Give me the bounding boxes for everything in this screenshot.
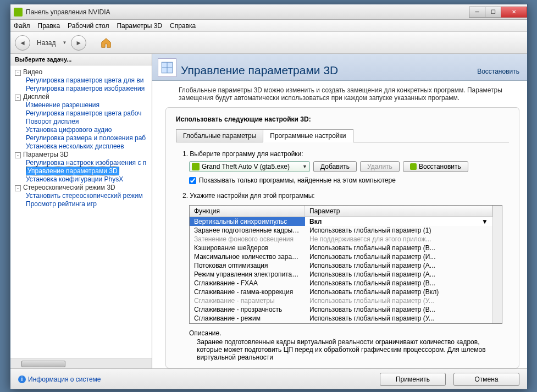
grid-row[interactable]: Заранее подготовленные кадры вирту...Исп… (190, 226, 492, 235)
cell-function: Режим управления электропитанием (190, 270, 305, 279)
column-function[interactable]: Функция (190, 206, 305, 217)
tree-group-video[interactable]: Видео (23, 68, 42, 76)
cell-function: Сглаживание - прозрачность (190, 305, 305, 314)
titlebar[interactable]: Панель управления NVIDIA ─ ☐ ✕ (10, 4, 527, 20)
menu-file[interactable]: Файл (14, 22, 30, 30)
grid-row[interactable]: Сглаживание - режимИспользовать глобальн… (190, 314, 492, 323)
maximize-button[interactable]: ☐ (485, 7, 501, 18)
cell-function: Кэширование шейдеров (190, 244, 305, 252)
grid-row-disabled: Затенение фонового освещенияНе поддержив… (190, 235, 492, 244)
cell-function: Сглаживание - параметры (190, 296, 305, 305)
restore-defaults-link[interactable]: Восстановить (477, 68, 519, 75)
home-icon (100, 37, 112, 49)
cell-parameter-dropdown[interactable]: Вкл▼ (305, 217, 492, 226)
tree-link[interactable]: Регулировка настроек изображения с п (26, 159, 146, 167)
program-icon (192, 163, 200, 170)
tree-link[interactable]: Установка цифрового аудио (26, 126, 112, 134)
tab-global[interactable]: Глобальные параметры (176, 129, 263, 142)
description-block: Описание. Заранее подготовленные кадры в… (189, 329, 502, 361)
restore-button-label: Восстановить (419, 163, 461, 170)
cancel-button[interactable]: Отмена (453, 373, 519, 386)
panel-title: Использовать следующие настройки 3D: (176, 115, 509, 123)
cell-function: Максимальное количество заранее под... (190, 252, 305, 261)
menu-help[interactable]: Справка (170, 22, 196, 30)
grid-row-selected[interactable]: Вертикальный синхроимпульс Вкл▼ (190, 217, 492, 226)
apply-button[interactable]: Применить (380, 373, 446, 386)
tree-group-3d[interactable]: Параметры 3D (23, 151, 69, 158)
show-found-only-label: Показывать только программы, найденные н… (199, 176, 396, 184)
cell-parameter: Использовать глобальный параметр (1) (305, 226, 492, 235)
chevron-down-icon: ▼ (302, 164, 307, 169)
cell-parameter: Использовать глобальный параметр (У... (305, 314, 492, 323)
tree-link-selected[interactable]: Управление параметрами 3D (26, 167, 119, 175)
grid-row[interactable]: Кэширование шейдеровИспользовать глобаль… (190, 244, 492, 252)
back-label: Назад (37, 39, 56, 47)
grid-row[interactable]: Режим управления электропитаниемИспользо… (190, 270, 492, 279)
show-found-only-checkbox[interactable] (189, 177, 196, 184)
minimize-button[interactable]: ─ (469, 7, 485, 18)
tree-toggle[interactable]: - (15, 70, 21, 76)
system-info-link[interactable]: i Информация о системе (18, 376, 101, 383)
restore-button[interactable]: Восстановить (403, 161, 468, 172)
tree-link[interactable]: Установка нескольких дисплеев (26, 142, 124, 150)
tree-link[interactable]: Регулировка параметров изображения (26, 85, 145, 92)
grid-row[interactable]: Потоковая оптимизацияИспользовать глобал… (190, 261, 492, 270)
cell-function: Заранее подготовленные кадры вирту... (190, 226, 305, 235)
menu-desktop[interactable]: Рабочий стол (68, 22, 109, 30)
tree-link[interactable]: Регулировка размера и положения раб (26, 134, 146, 142)
add-button[interactable]: Добавить (313, 161, 357, 172)
tree-toggle[interactable]: - (15, 95, 21, 101)
system-info-label: Информация о системе (28, 376, 101, 383)
tree-link[interactable]: Просмотр рейтинга игр (26, 200, 97, 208)
grid-row-disabled: Сглаживание - параметрыИспользовать глоб… (190, 296, 492, 305)
toolbar: ◄ Назад ▼ ► (10, 32, 527, 54)
chevron-down-icon: ▼ (481, 218, 488, 225)
tree-link[interactable]: Поворот дисплея (26, 118, 79, 125)
program-select[interactable]: Grand Theft Auto V (gta5.exe) ▼ (189, 161, 310, 172)
menu-params3d[interactable]: Параметры 3D (117, 22, 162, 30)
tree-link[interactable]: Регулировка параметров цвета для ви (26, 76, 143, 84)
cell-function: Сглаживание - режим (190, 314, 305, 323)
cell-function: Тройная буферизация (190, 323, 305, 323)
home-button[interactable] (98, 35, 114, 51)
close-button[interactable]: ✕ (501, 7, 527, 18)
tree-link[interactable]: Регулировка параметров цвета рабоч (26, 109, 141, 117)
tree-group-display[interactable]: Дисплей (23, 93, 49, 101)
tree-toggle[interactable]: - (15, 185, 21, 191)
column-parameter[interactable]: Параметр (305, 206, 492, 217)
scrollbar-thumb[interactable] (21, 361, 65, 367)
horizontal-scrollbar[interactable] (10, 358, 152, 368)
grid-row[interactable]: Сглаживание - прозрачностьИспользовать г… (190, 305, 492, 314)
tree-link[interactable]: Установка конфигурации PhysX (26, 175, 123, 183)
cell-parameter: Использовать глобальный параметр (И... (305, 252, 492, 261)
description-text: Заранее подготовленные кадры виртуальной… (189, 338, 502, 361)
step1-label: 1. Выберите программу для настройки: (182, 150, 509, 158)
cell-parameter: Использовать глобальный параметр (В... (305, 279, 492, 288)
cell-parameter: Использовать глобальный параметр (А... (305, 261, 492, 270)
program-select-value: Grand Theft Auto V (gta5.exe) (202, 163, 302, 170)
back-history-arrow[interactable]: ▼ (62, 40, 67, 45)
task-tree[interactable]: -Видео Регулировка параметров цвета для … (10, 65, 152, 358)
tab-program[interactable]: Программные настройки (263, 129, 353, 142)
back-button[interactable]: ◄ (15, 35, 30, 51)
cell-function: Сглаживание - гамма-коррекция (190, 288, 305, 296)
grid-row[interactable]: Сглаживание - FXAAИспользовать глобальны… (190, 279, 492, 288)
cell-function: Вертикальный синхроимпульс (190, 217, 305, 226)
forward-button[interactable]: ► (71, 35, 86, 51)
grid-row[interactable]: Максимальное количество заранее под...Ис… (190, 252, 492, 261)
vertical-scrollbar[interactable] (492, 206, 502, 323)
cell-parameter: Использовать глобальный параметр (Вкл) (305, 288, 492, 296)
tree-link[interactable]: Изменение разрешения (26, 101, 99, 109)
tree-link[interactable]: Установить стереоскопический режим (26, 192, 143, 200)
description-heading: Описание. (189, 329, 502, 337)
cell-function: Потоковая оптимизация (190, 261, 305, 270)
cell-parameter: Не поддерживается для этого прилож... (305, 235, 492, 244)
grid-row[interactable]: Тройная буферизацияВкл (190, 323, 492, 323)
tree-group-stereo[interactable]: Стереоскопический режим 3D (23, 184, 115, 191)
menu-edit[interactable]: Правка (38, 22, 60, 30)
grid-row[interactable]: Сглаживание - гамма-коррекцияИспользоват… (190, 288, 492, 296)
tree-toggle[interactable]: - (15, 152, 21, 158)
cell-parameter: Использовать глобальный параметр (А... (305, 270, 492, 279)
window-title: Панель управления NVIDIA (26, 8, 469, 16)
settings-grid: Функция Параметр Вертикальный синхроимпу… (189, 205, 502, 324)
